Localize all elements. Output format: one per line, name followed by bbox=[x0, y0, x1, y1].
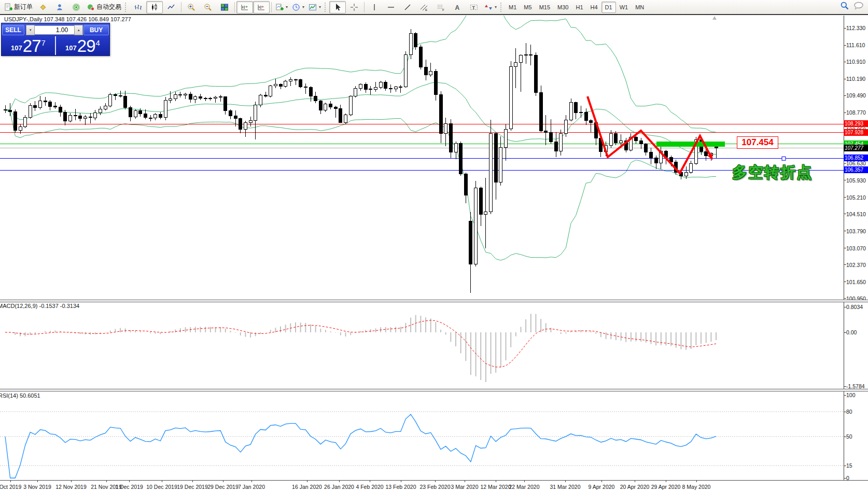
timeframe-d1-button[interactable]: D1 bbox=[601, 2, 616, 13]
volume-decrease-button[interactable]: ▼ bbox=[26, 25, 35, 35]
community-button[interactable] bbox=[51, 1, 68, 13]
sell-button[interactable]: SELL bbox=[2, 25, 24, 35]
rsi-line bbox=[5, 414, 716, 478]
buy-price-sup: 4 bbox=[96, 38, 100, 47]
zoom-in-button[interactable] bbox=[183, 1, 200, 13]
line-chart-icon bbox=[167, 3, 175, 11]
chart-shift-icon bbox=[257, 3, 265, 11]
chart-autoscroll-button[interactable] bbox=[236, 1, 253, 13]
candlestick-chart-button[interactable] bbox=[146, 1, 163, 13]
line-handle[interactable] bbox=[782, 157, 786, 160]
zoom-out-icon bbox=[204, 3, 212, 11]
text-label-button[interactable]: T bbox=[466, 1, 482, 13]
tile-windows-button[interactable] bbox=[216, 1, 233, 13]
tile-windows-icon bbox=[220, 3, 229, 11]
toolbar-drag-handle[interactable] bbox=[125, 3, 128, 12]
sell-price-sup: 7 bbox=[41, 38, 46, 47]
add-indicator-button[interactable]: ▾ bbox=[273, 1, 290, 13]
buy-button[interactable]: BUY bbox=[83, 25, 109, 35]
mt4-terminal-window: 新订单 自动交易 bbox=[0, 0, 868, 492]
fibonacci-icon: F bbox=[437, 3, 445, 11]
timeframe-w1-button[interactable]: W1 bbox=[616, 2, 632, 13]
timeframe-h4-button[interactable]: H4 bbox=[587, 2, 601, 13]
vertical-line-button[interactable] bbox=[366, 1, 383, 13]
search-icon[interactable] bbox=[840, 1, 849, 10]
equidistant-channel-button[interactable]: E bbox=[416, 1, 432, 13]
crosshair-button[interactable] bbox=[346, 1, 362, 13]
toolbar-drag-handle[interactable] bbox=[325, 3, 328, 12]
signals-button[interactable] bbox=[68, 1, 85, 13]
volume-increase-button[interactable]: ▲ bbox=[74, 25, 83, 35]
timeframe-m5-button[interactable]: M5 bbox=[520, 2, 535, 13]
timeframe-mn-button[interactable]: MN bbox=[632, 2, 648, 13]
sell-price-big: 27 bbox=[23, 38, 41, 54]
sell-price[interactable]: 107277 bbox=[2, 36, 56, 55]
chart-shift-button[interactable] bbox=[253, 1, 270, 13]
buy-price[interactable]: 107294 bbox=[56, 36, 109, 55]
macd-label: MACD(12,26,9) -0.1537 -0.3134 bbox=[0, 303, 79, 309]
autotrading-button[interactable]: 自动交易 bbox=[85, 1, 123, 13]
toolbar-drag-handle[interactable] bbox=[500, 3, 503, 12]
macd-indicator bbox=[5, 314, 716, 382]
toolbar-separator bbox=[234, 2, 235, 12]
cursor-button[interactable] bbox=[329, 1, 346, 13]
zoom-out-button[interactable] bbox=[200, 1, 216, 13]
dropdown-caret: ▾ bbox=[286, 5, 288, 9]
dropdown-caret: ▾ bbox=[495, 5, 497, 9]
rsi-label: RSI(14) 50.6051 bbox=[0, 392, 40, 399]
new-order-label: 新订单 bbox=[14, 3, 33, 11]
volume-stepper: ▼ ▲ bbox=[26, 25, 83, 35]
autotrading-label: 自动交易 bbox=[96, 3, 121, 11]
fibonacci-button[interactable]: F bbox=[432, 1, 449, 13]
timeframe-buttons: M1M5M15M30H1H4D1W1MN bbox=[505, 2, 648, 13]
templates-icon bbox=[309, 3, 317, 11]
chart-autoscroll-icon bbox=[241, 3, 249, 11]
timeframe-m1-button[interactable]: M1 bbox=[505, 2, 520, 13]
timeframe-h1-button[interactable]: H1 bbox=[572, 2, 586, 13]
highlight-rectangle[interactable] bbox=[656, 142, 725, 147]
chat-icon[interactable] bbox=[853, 1, 864, 10]
sell-price-prefix: 107 bbox=[11, 44, 22, 52]
chinese-annotation-text[interactable]: 多空转折点 bbox=[732, 162, 813, 183]
periods-button[interactable]: ▾ bbox=[290, 1, 306, 13]
horizontal-line-button[interactable] bbox=[383, 1, 399, 13]
equidistant-channel-icon: E bbox=[420, 3, 428, 11]
periods-icon bbox=[292, 3, 300, 11]
buy-price-prefix: 107 bbox=[65, 44, 77, 52]
toolbar-separator bbox=[364, 2, 365, 12]
candles bbox=[4, 29, 718, 293]
new-order-button[interactable]: 新订单 bbox=[2, 1, 35, 13]
one-click-trading-panel: SELL ▼ ▲ BUY 107277 107294 bbox=[1, 23, 110, 56]
window-divider bbox=[0, 14, 868, 15]
templates-button[interactable]: ▾ bbox=[306, 1, 323, 13]
svg-text:A: A bbox=[455, 4, 460, 11]
mql-editor-button[interactable] bbox=[35, 1, 51, 13]
price-annotation-label[interactable]: 107.454 bbox=[737, 136, 778, 149]
trend-line-icon bbox=[403, 3, 412, 11]
chart-shift-marker[interactable] bbox=[712, 16, 717, 20]
trend-line-button[interactable] bbox=[399, 1, 416, 13]
arrows-button[interactable]: ▾ bbox=[482, 1, 499, 13]
buy-price-big: 29 bbox=[77, 38, 95, 54]
time-axis-border bbox=[0, 480, 868, 481]
volume-input[interactable] bbox=[35, 25, 74, 35]
timeframe-m30-button[interactable]: M30 bbox=[554, 2, 572, 13]
autotrading-icon bbox=[87, 3, 95, 11]
svg-text:T: T bbox=[472, 5, 475, 10]
line-chart-button[interactable] bbox=[163, 1, 179, 13]
text-button[interactable]: A bbox=[449, 1, 466, 13]
bar-chart-icon bbox=[134, 3, 142, 11]
bar-chart-button[interactable] bbox=[130, 1, 146, 13]
arrows-icon bbox=[484, 3, 493, 11]
zigzag-annotation[interactable] bbox=[587, 96, 712, 173]
panel-separator[interactable] bbox=[0, 389, 868, 391]
timeframe-m15-button[interactable]: M15 bbox=[536, 2, 554, 13]
toolbar: 新订单 自动交易 bbox=[0, 0, 868, 15]
text-icon: A bbox=[453, 3, 461, 11]
dropdown-caret: ▾ bbox=[302, 5, 304, 9]
vertical-line-icon bbox=[370, 3, 379, 11]
panel-separator[interactable] bbox=[0, 300, 868, 302]
text-label-icon: T bbox=[470, 3, 478, 11]
toolbar-separator bbox=[181, 2, 181, 12]
chart-canvas[interactable] bbox=[0, 0, 868, 492]
